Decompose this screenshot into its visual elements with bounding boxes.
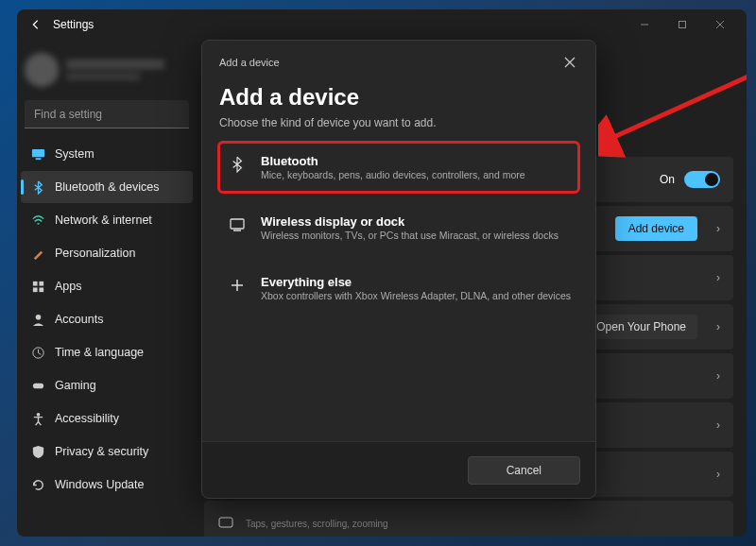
accessibility-icon [30, 411, 45, 426]
option-desc: Xbox controllers with Xbox Wireless Adap… [261, 290, 571, 301]
chevron-right-icon: › [716, 320, 720, 333]
gamepad-icon [30, 378, 45, 393]
svg-point-8 [35, 314, 41, 319]
svg-point-11 [36, 412, 40, 416]
sidebar-item-label: Windows Update [55, 478, 145, 491]
close-button[interactable] [701, 11, 739, 38]
bluetooth-toggle[interactable] [684, 171, 720, 188]
dialog-heading: Add a device [219, 84, 578, 111]
touchpad-row[interactable]: Taps, gestures, scrolling, zooming [204, 501, 733, 537]
sidebar-item-label: Network & internet [55, 213, 152, 227]
toggle-label: On [660, 173, 675, 186]
update-icon [30, 477, 45, 492]
brush-icon [30, 246, 45, 261]
svg-rect-3 [35, 158, 41, 160]
svg-rect-13 [231, 219, 244, 229]
sidebar-item-privacy-security[interactable]: Privacy & security [21, 435, 193, 468]
chevron-right-icon: › [716, 468, 720, 481]
bluetooth-icon [227, 154, 248, 180]
add-device-button[interactable]: Add device [615, 216, 697, 241]
person-icon [30, 312, 45, 327]
sidebar-item-label: Gaming [55, 379, 96, 392]
avatar [25, 53, 59, 87]
option-title: Wireless display or dock [261, 214, 558, 229]
profile-block[interactable] [25, 49, 189, 91]
device-option-bluetooth[interactable]: BluetoothMice, keyboards, pens, audio de… [219, 143, 578, 192]
chevron-right-icon: › [716, 369, 720, 383]
dialog-close-button[interactable] [558, 50, 582, 75]
svg-rect-10 [32, 383, 43, 388]
sidebar-item-personalization[interactable]: Personalization [21, 237, 193, 269]
dialog-small-title: Add a device [219, 57, 558, 68]
chevron-right-icon: › [716, 222, 720, 235]
dialog-subheading: Choose the kind of device you want to ad… [219, 116, 578, 129]
sidebar-item-apps[interactable]: Apps [21, 270, 193, 302]
sidebar-item-gaming[interactable]: Gaming [21, 369, 193, 401]
option-desc: Mice, keyboards, pens, audio devices, co… [261, 169, 525, 180]
sidebar-item-bluetooth-devices[interactable]: Bluetooth & devices [21, 171, 193, 203]
svg-rect-7 [39, 287, 43, 292]
search-input[interactable] [25, 100, 189, 128]
sidebar-item-label: System [55, 147, 94, 161]
cancel-button[interactable]: Cancel [468, 456, 580, 485]
sidebar-item-label: Personalization [55, 247, 135, 260]
svg-rect-12 [219, 518, 232, 527]
svg-rect-6 [32, 287, 37, 292]
open-your-phone-button[interactable]: Open Your Phone [585, 315, 697, 339]
sidebar-item-label: Apps [55, 280, 82, 293]
device-option-wireless-display-or-dock[interactable]: Wireless display or dockWireless monitor… [219, 203, 578, 252]
sidebar-item-accounts[interactable]: Accounts [21, 303, 193, 335]
option-title: Everything else [261, 275, 571, 289]
sidebar-item-label: Accessibility [55, 412, 119, 425]
add-device-dialog: Add a device Add a device Choose the kin… [201, 40, 596, 499]
sidebar: SystemBluetooth & devicesNetwork & inter… [17, 40, 197, 537]
display-icon [227, 214, 248, 241]
nav-list: SystemBluetooth & devicesNetwork & inter… [21, 138, 193, 501]
settings-window: Settings SystemBluetooth & devicesNetwor… [17, 9, 747, 537]
plus-icon [227, 275, 248, 301]
option-title: Bluetooth [261, 154, 525, 168]
row-subtitle: Taps, gestures, scrolling, zooming [246, 519, 388, 529]
grid-icon [30, 279, 45, 294]
clock-icon [30, 345, 45, 360]
svg-rect-2 [31, 148, 43, 156]
window-title: Settings [53, 18, 94, 31]
monitor-icon [30, 146, 45, 162]
maximize-button[interactable] [663, 11, 701, 38]
sidebar-item-windows-update[interactable]: Windows Update [21, 469, 193, 501]
svg-rect-4 [32, 281, 37, 285]
sidebar-item-label: Bluetooth & devices [55, 180, 160, 194]
chevron-right-icon: › [716, 418, 720, 432]
chevron-right-icon: › [716, 271, 720, 284]
sidebar-item-label: Accounts [55, 313, 103, 326]
touchpad-icon [217, 515, 234, 532]
titlebar: Settings [17, 9, 747, 40]
sidebar-item-system[interactable]: System [21, 138, 193, 170]
option-desc: Wireless monitors, TVs, or PCs that use … [261, 230, 558, 241]
back-button[interactable] [25, 13, 47, 36]
sidebar-item-label: Privacy & security [55, 445, 148, 458]
sidebar-item-network-internet[interactable]: Network & internet [21, 204, 193, 236]
sidebar-item-label: Time & language [55, 346, 144, 359]
device-option-everything-else[interactable]: Everything elseXbox controllers with Xbo… [219, 264, 578, 313]
svg-rect-1 [679, 22, 686, 28]
sidebar-item-accessibility[interactable]: Accessibility [21, 402, 193, 435]
minimize-button[interactable] [626, 11, 663, 38]
bluetooth-icon [30, 179, 45, 195]
shield-icon [30, 444, 45, 459]
svg-rect-5 [39, 281, 43, 285]
sidebar-item-time-language[interactable]: Time & language [21, 336, 193, 368]
wifi-icon [30, 213, 45, 228]
